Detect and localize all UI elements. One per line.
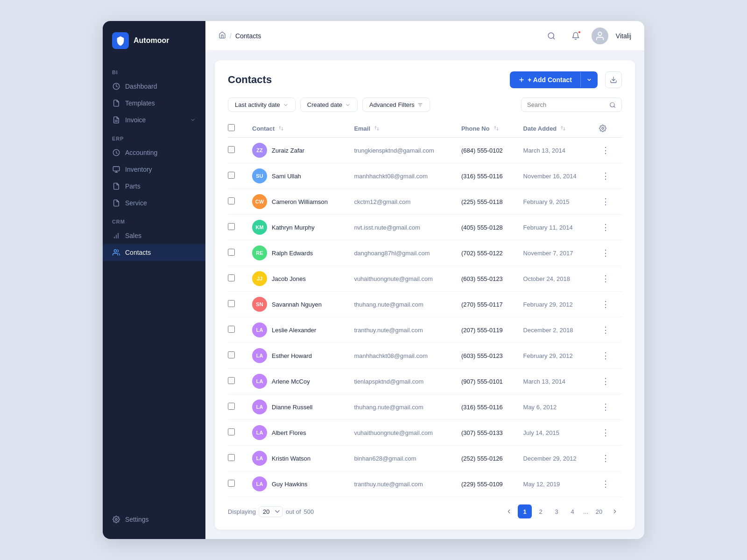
row-date-2: November 16, 2014 [518, 163, 593, 189]
add-contact-chevron-icon[interactable] [580, 72, 598, 87]
sidebar-item-dashboard[interactable]: Dashboard [103, 78, 205, 95]
row-date-11: May 6, 2012 [518, 394, 593, 420]
contact-avatar-2: SU [252, 168, 267, 183]
row-checkbox-14[interactable] [228, 480, 235, 487]
pagination-page-3[interactable]: 3 [550, 504, 564, 518]
filter-last-activity-button[interactable]: Last activity date [228, 98, 296, 112]
select-all-checkbox[interactable] [228, 124, 235, 131]
row-email-14: tranthuy.nute@gmail.com [348, 471, 456, 497]
row-more-button-5[interactable]: ⋮ [599, 246, 612, 259]
per-page-select[interactable]: 20 50 100 [259, 506, 283, 517]
filter-advanced-button[interactable]: Advanced Filters [362, 98, 430, 112]
row-checkbox-cell [228, 343, 247, 369]
svg-line-13 [553, 37, 554, 39]
row-more-button-7[interactable]: ⋮ [599, 298, 612, 311]
row-more-button-1[interactable]: ⋮ [599, 144, 612, 157]
row-more-button-13[interactable]: ⋮ [599, 452, 612, 465]
row-actions-9: ⋮ [593, 343, 622, 369]
row-checkbox-cell [228, 215, 247, 240]
pagination-page-last[interactable]: 20 [592, 504, 606, 518]
pagination-prev[interactable] [502, 504, 516, 518]
row-more-button-4[interactable]: ⋮ [599, 221, 612, 234]
row-contact-1: ZZ Zuraiz Zafar [247, 138, 348, 163]
row-actions-5: ⋮ [593, 240, 622, 266]
row-checkbox-11[interactable] [228, 403, 235, 410]
row-phone-14: (229) 555-0109 [456, 471, 518, 497]
row-checkbox-10[interactable] [228, 377, 235, 384]
templates-icon [112, 99, 120, 107]
row-email-10: tienlapspktnd@gmail.com [348, 369, 456, 394]
sidebar-item-inventory-label: Inventory [125, 166, 196, 173]
search-box[interactable] [521, 98, 622, 112]
table-row: LA Albert Flores vuhaithuongnute@gmail.c… [228, 420, 622, 446]
row-actions-1: ⋮ [593, 138, 622, 163]
row-checkbox-3[interactable] [228, 197, 235, 204]
row-checkbox-12[interactable] [228, 428, 235, 435]
row-more-button-3[interactable]: ⋮ [599, 195, 612, 208]
row-phone-6: (603) 555-0123 [456, 266, 518, 292]
row-phone-13: (252) 555-0126 [456, 446, 518, 471]
pagination-page-4[interactable]: 4 [565, 504, 579, 518]
content-card: Contacts + Add Contact [215, 60, 635, 530]
sidebar-item-service[interactable]: Service [103, 195, 205, 211]
svg-point-10 [114, 250, 116, 252]
sidebar-item-contacts[interactable]: Contacts [103, 244, 205, 261]
row-checkbox-13[interactable] [228, 454, 235, 461]
contact-name-10: Arlene McCoy [272, 378, 310, 385]
row-actions-2: ⋮ [593, 163, 622, 189]
row-more-button-14[interactable]: ⋮ [599, 477, 612, 490]
table-row: LA Guy Hawkins tranthuy.nute@gmail.com (… [228, 471, 622, 497]
search-button[interactable] [543, 28, 560, 44]
row-checkbox-8[interactable] [228, 326, 235, 333]
sidebar-item-parts[interactable]: Parts [103, 178, 205, 195]
download-button[interactable] [605, 71, 622, 88]
pagination-page-2[interactable]: 2 [534, 504, 548, 518]
sidebar-bottom: Settings [103, 511, 205, 528]
row-checkbox-7[interactable] [228, 300, 235, 307]
sidebar-item-dashboard-label: Dashboard [125, 83, 196, 90]
sidebar-section-crm-label: CRM [103, 211, 205, 227]
row-checkbox-6[interactable] [228, 274, 235, 281]
search-input[interactable] [527, 101, 606, 108]
sidebar-item-invoice[interactable]: Invoice [103, 112, 205, 128]
row-phone-5: (702) 555-0122 [456, 240, 518, 266]
sidebar-item-inventory[interactable]: Inventory [103, 161, 205, 178]
row-date-4: February 11, 2014 [518, 215, 593, 240]
row-more-button-2[interactable]: ⋮ [599, 169, 612, 182]
row-checkbox-cell [228, 189, 247, 215]
row-checkbox-cell [228, 163, 247, 189]
row-actions-8: ⋮ [593, 317, 622, 343]
sidebar-item-sales[interactable]: Sales [103, 227, 205, 244]
row-more-button-10[interactable]: ⋮ [599, 375, 612, 388]
row-phone-9: (603) 555-0123 [456, 343, 518, 369]
column-settings-button[interactable] [599, 125, 606, 132]
row-contact-12: LA Albert Flores [247, 420, 348, 446]
row-checkbox-2[interactable] [228, 172, 235, 179]
add-contact-button[interactable]: + Add Contact [510, 71, 598, 88]
row-more-button-12[interactable]: ⋮ [599, 426, 612, 439]
row-checkbox-1[interactable] [228, 146, 235, 153]
row-email-9: manhhachkt08@gmail.com [348, 343, 456, 369]
avatar[interactable] [592, 28, 608, 44]
sidebar-item-sales-label: Sales [125, 232, 196, 239]
row-more-button-11[interactable]: ⋮ [599, 400, 612, 413]
pagination-next[interactable] [608, 504, 622, 518]
row-checkbox-4[interactable] [228, 223, 235, 230]
pagination-page-1[interactable]: 1 [518, 504, 532, 518]
row-more-button-9[interactable]: ⋮ [599, 349, 612, 362]
sidebar-item-templates[interactable]: Templates [103, 95, 205, 112]
sidebar-item-settings[interactable]: Settings [103, 511, 205, 528]
row-checkbox-9[interactable] [228, 351, 235, 358]
row-actions-4: ⋮ [593, 215, 622, 240]
sidebar-item-accounting[interactable]: Accounting [103, 144, 205, 161]
notification-button[interactable] [567, 28, 584, 44]
row-email-5: danghoang87hl@gmail.com [348, 240, 456, 266]
row-date-10: March 13, 2014 [518, 369, 593, 394]
row-more-button-8[interactable]: ⋮ [599, 323, 612, 336]
displaying-info: Displaying 20 50 100 out of 500 [228, 506, 314, 517]
filter-created-button[interactable]: Created date [300, 98, 358, 112]
contact-name-9: Esther Howard [272, 352, 312, 359]
col-date-added: Date Added [518, 119, 593, 138]
row-checkbox-5[interactable] [228, 249, 235, 256]
row-more-button-6[interactable]: ⋮ [599, 272, 612, 285]
